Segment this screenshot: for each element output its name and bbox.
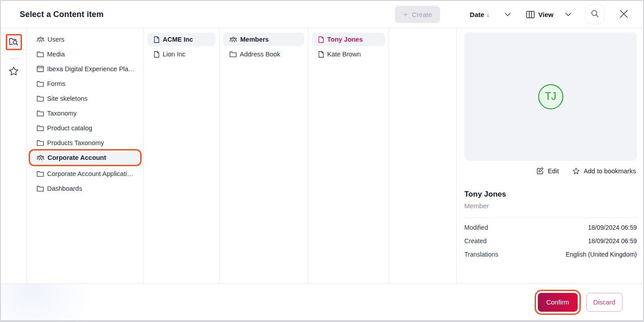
users-icon <box>37 36 44 43</box>
modal-body: UsersMediaIbexa Digital Experience Platf… <box>1 28 643 283</box>
edit-button[interactable]: Edit <box>536 167 559 175</box>
finder-item-label: Tony Jones <box>327 36 363 43</box>
finder-item-kate-brown[interactable]: Kate Brown <box>312 47 385 61</box>
finder-item-label: Forms <box>47 80 65 87</box>
search-button[interactable] <box>585 4 605 24</box>
meta-value: 18/09/2024 06:59 <box>588 237 637 245</box>
finder-item-label: Taxonomy <box>47 110 77 117</box>
confirm-button[interactable]: Confirm <box>538 293 578 312</box>
finder-item-address-book[interactable]: Address Book <box>223 47 304 61</box>
finder-item-label: Dashboards <box>47 185 82 192</box>
avatar-initials: TJ <box>545 90 557 103</box>
browse-icon <box>9 37 18 47</box>
plus-icon: + <box>403 10 408 19</box>
finder-item-label: Ibexa Digital Experience Platfor… <box>47 65 135 73</box>
modal-footer: Confirm Discard <box>1 283 643 320</box>
finder-item-products-taxonomy[interactable]: Products Taxonomy <box>30 136 140 150</box>
finder-item-label: Product catalog <box>47 125 92 132</box>
finder-item-label: Address Book <box>240 51 280 58</box>
folder-icon <box>37 51 44 57</box>
finder: UsersMediaIbexa Digital Experience Platf… <box>27 28 457 283</box>
rail-divider <box>9 58 18 59</box>
finder-item-lion-inc[interactable]: Lion Inc <box>147 47 216 61</box>
add-to-bookmarks-button[interactable]: Add to bookmarks <box>572 167 636 175</box>
meta-label: Created <box>464 237 487 245</box>
meta-row-created: Created18/09/2024 06:59 <box>464 237 637 245</box>
finder-item-corporate-account-applications[interactable]: Corporate Account Applications <box>30 167 140 180</box>
finder-column: UsersMediaIbexa Digital Experience Platf… <box>27 28 144 283</box>
finder-item-label: ACME Inc <box>163 36 193 43</box>
file-icon <box>154 36 160 43</box>
bookmarks-tab-button[interactable] <box>9 66 19 77</box>
content-type-label: Member <box>464 202 637 210</box>
sort-dropdown[interactable]: Date ↓ <box>470 11 511 18</box>
modal-header: Select a Content item + Create Date ↓ Vi… <box>1 1 643 28</box>
finder-item-label: Users <box>48 36 65 43</box>
meta-value: 18/09/2024 06:59 <box>588 224 637 231</box>
create-button[interactable]: + Create <box>395 6 440 23</box>
finder-item-site-skeletons[interactable]: Site skeletons <box>30 92 140 105</box>
preview-actions: Edit Add to bookmarks <box>464 167 637 175</box>
finder-item-taxonomy[interactable]: Taxonomy <box>30 107 140 120</box>
browse-tab-button[interactable] <box>6 34 22 50</box>
star-icon <box>572 167 580 175</box>
meta-list: Modified18/09/2024 06:59Created18/09/202… <box>464 224 637 258</box>
preview-panel: TJ Edit Add to bookmarks Tony Jones <box>457 28 643 283</box>
finder-item-dashboards[interactable]: Dashboards <box>30 182 140 195</box>
preview-divider <box>464 217 637 218</box>
finder-column: ACME IncLion Inc <box>144 28 220 283</box>
meta-label: Modified <box>464 224 488 231</box>
users-icon <box>37 155 44 161</box>
finder-item-tony-jones[interactable]: Tony Jones <box>312 33 385 46</box>
search-icon <box>591 9 599 19</box>
finder-column: MembersAddress Book <box>220 28 308 283</box>
meta-row-modified: Modified18/09/2024 06:59 <box>464 224 637 231</box>
left-rail <box>1 28 27 283</box>
star-icon <box>9 66 19 77</box>
edit-label: Edit <box>548 167 559 175</box>
folder-icon <box>37 140 44 146</box>
finder-item-members[interactable]: Members <box>223 33 304 46</box>
page-title: Select a Content item <box>20 10 104 19</box>
folder-icon <box>229 51 237 57</box>
finder-item-media[interactable]: Media <box>30 47 140 61</box>
finder-item-corporate-account[interactable]: Corporate Account <box>30 151 140 164</box>
finder-item-label: Kate Brown <box>327 51 361 58</box>
select-content-modal: Select a Content item + Create Date ↓ Vi… <box>0 0 644 322</box>
finder-column <box>389 28 457 283</box>
sort-label: Date <box>470 11 484 18</box>
chevron-down-icon <box>565 13 571 17</box>
finder-item-acme-inc[interactable]: ACME Inc <box>147 33 216 46</box>
finder-item-label: Products Taxonomy <box>47 139 104 146</box>
folder-icon <box>37 81 44 87</box>
finder-item-label: Corporate Account Applications <box>47 170 135 177</box>
folder-icon <box>37 185 44 192</box>
file-icon <box>318 36 324 43</box>
users-icon <box>229 36 237 43</box>
discard-button[interactable]: Discard <box>586 293 622 312</box>
add-to-bookmarks-label: Add to bookmarks <box>583 167 636 175</box>
finder-item-label: Media <box>47 51 65 58</box>
create-button-label: Create <box>412 11 432 18</box>
finder-item-ibexa-digital-experience-platfor[interactable]: Ibexa Digital Experience Platfor… <box>30 62 140 76</box>
sort-direction-arrow: ↓ <box>487 11 490 18</box>
chevron-down-icon <box>505 13 511 17</box>
folder-icon <box>37 95 44 102</box>
folder-icon <box>37 125 44 131</box>
content-icon <box>37 66 44 72</box>
folder-icon <box>37 171 44 177</box>
finder-item-label: Corporate Account <box>48 154 106 161</box>
preview-image: TJ <box>464 32 637 161</box>
view-dropdown[interactable]: View <box>526 11 571 18</box>
avatar: TJ <box>538 84 563 109</box>
file-icon <box>154 51 160 58</box>
meta-row-translations: TranslationsEnglish (United Kingdom) <box>464 251 637 258</box>
finder-item-label: Members <box>240 36 269 43</box>
close-button[interactable] <box>616 6 631 23</box>
finder-item-forms[interactable]: Forms <box>30 77 140 90</box>
finder-item-users[interactable]: Users <box>30 33 140 46</box>
close-icon <box>618 8 630 21</box>
finder-item-product-catalog[interactable]: Product catalog <box>30 121 140 135</box>
finder-column: Tony JonesKate Brown <box>308 28 389 283</box>
finder-item-label: Site skeletons <box>47 95 87 102</box>
